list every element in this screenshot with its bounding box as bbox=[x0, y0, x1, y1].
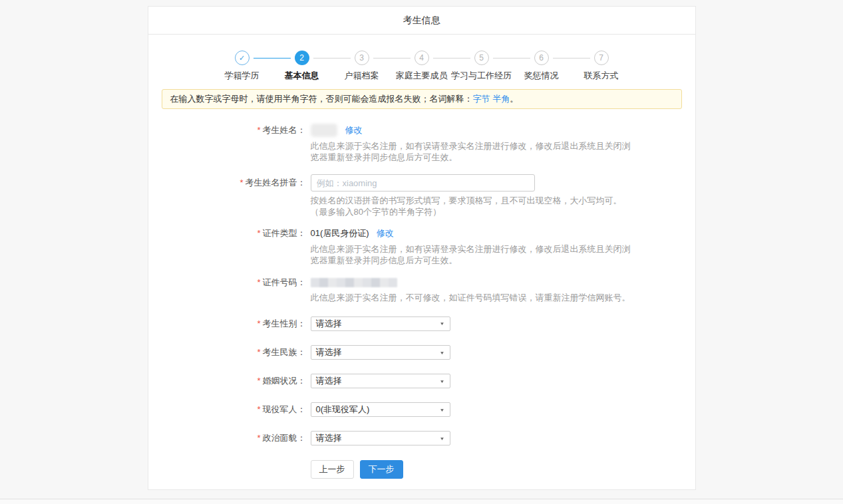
ethnicity-select-value: 请选择 bbox=[316, 346, 342, 358]
step-study-work-experience[interactable]: 5 学习与工作经历 bbox=[452, 51, 512, 82]
marital-status-select[interactable]: 请选择 ▼ bbox=[311, 374, 450, 388]
required-mark: * bbox=[257, 228, 260, 238]
cert-type-label: *证件类型： bbox=[148, 227, 311, 266]
halfwidth-glossary-link[interactable]: 半角 bbox=[492, 94, 510, 104]
cert-number-label: *证件号码： bbox=[148, 277, 311, 303]
candidate-name-help: 此信息来源于实名注册，如有误请登录实名注册进行修改，修改后退出系统且关闭浏览器重… bbox=[311, 140, 638, 163]
form-row-cert-number: *证件号码： 此信息来源于实名注册，不可修改，如证件号码填写错误，请重新注册学信… bbox=[148, 277, 695, 303]
step-label: 奖惩情况 bbox=[524, 70, 559, 82]
edit-cert-type-link[interactable]: 修改 bbox=[377, 227, 394, 239]
basic-info-form: *考生姓名： 修改 此信息来源于实名注册，如有误请登录实名注册进行修改，修改后退… bbox=[148, 124, 695, 479]
step-label: 学习与工作经历 bbox=[451, 70, 512, 82]
cert-type-value: 01(居民身份证) bbox=[311, 227, 369, 239]
step-label: 联系方式 bbox=[584, 70, 619, 82]
required-mark: * bbox=[257, 277, 260, 287]
step-contact-info[interactable]: 7 联系方式 bbox=[572, 51, 631, 82]
political-status-label: *政治面貌： bbox=[148, 431, 311, 445]
form-row-buttons: 上一步 下一步 bbox=[148, 460, 695, 479]
footer-divider bbox=[0, 499, 843, 504]
required-mark: * bbox=[257, 404, 260, 414]
pinyin-help: 按姓名的汉语拼音的书写形式填写，要求顶格写，且不可出现空格，大小写均可。（最多输… bbox=[311, 195, 638, 217]
halfwidth-notice-banner: 在输入数字或字母时，请使用半角字符，否则可能会造成报名失败；名词解释：字节 半角… bbox=[162, 89, 682, 109]
step-label: 学籍学历 bbox=[225, 70, 259, 82]
military-service-select[interactable]: 0(非现役军人) ▼ bbox=[311, 402, 450, 417]
step-family-members[interactable]: 4 家庭主要成员 bbox=[392, 51, 452, 82]
chevron-down-icon: ▼ bbox=[440, 407, 445, 412]
chevron-down-icon: ▼ bbox=[440, 436, 445, 440]
form-row-military-service: *现役军人： 0(非现役军人) ▼ bbox=[148, 402, 695, 417]
redacted-cert-number bbox=[311, 278, 397, 287]
pinyin-input[interactable] bbox=[311, 174, 535, 191]
byte-glossary-link[interactable]: 字节 bbox=[473, 94, 490, 104]
redacted-candidate-name bbox=[311, 124, 337, 137]
military-service-label: *现役军人： bbox=[148, 402, 311, 417]
candidate-info-card: 考生信息 ✓ 学籍学历 2 基本信息 3 户籍档案 4 家庭主要成员 5 学习与… bbox=[148, 6, 696, 490]
stepper: ✓ 学籍学历 2 基本信息 3 户籍档案 4 家庭主要成员 5 学习与工作经历 … bbox=[148, 51, 695, 82]
step-number: 3 bbox=[355, 51, 369, 65]
required-mark: * bbox=[257, 318, 260, 328]
edit-name-link[interactable]: 修改 bbox=[345, 124, 363, 136]
form-row-candidate-name: *考生姓名： 修改 此信息来源于实名注册，如有误请登录实名注册进行修改，修改后退… bbox=[148, 124, 695, 163]
next-step-button[interactable]: 下一步 bbox=[360, 460, 403, 479]
step-rewards-punishments[interactable]: 6 奖惩情况 bbox=[512, 51, 572, 82]
gender-label: *考生性别： bbox=[148, 316, 311, 331]
cert-type-help: 此信息来源于实名注册，如有误请登录实名注册进行修改，修改后退出系统且关闭浏览器重… bbox=[311, 243, 638, 266]
political-status-select[interactable]: 请选择 ▼ bbox=[311, 431, 450, 445]
gender-select[interactable]: 请选择 ▼ bbox=[311, 316, 450, 331]
ethnicity-label: *考生民族： bbox=[148, 345, 311, 360]
step-household-file[interactable]: 3 户籍档案 bbox=[332, 51, 392, 82]
step-label: 户籍档案 bbox=[345, 70, 379, 82]
step-number: 5 bbox=[474, 51, 489, 65]
marital-status-select-value: 请选择 bbox=[316, 375, 342, 387]
notice-suffix: 。 bbox=[510, 94, 518, 104]
chevron-down-icon: ▼ bbox=[440, 378, 445, 383]
form-row-name-pinyin: *考生姓名拼音： 按姓名的汉语拼音的书写形式填写，要求顶格写，且不可出现空格，大… bbox=[148, 174, 695, 217]
cert-number-help: 此信息来源于实名注册，不可修改，如证件号码填写错误，请重新注册学信网账号。 bbox=[311, 292, 638, 303]
form-row-marital-status: *婚姻状况： 请选择 ▼ bbox=[148, 374, 695, 388]
step-basic-info[interactable]: 2 基本信息 bbox=[272, 51, 332, 82]
required-mark: * bbox=[257, 433, 260, 443]
candidate-name-label: *考生姓名： bbox=[148, 124, 311, 163]
step-number: 2 bbox=[295, 51, 309, 65]
form-row-ethnicity: *考生民族： 请选择 ▼ bbox=[148, 345, 695, 360]
ethnicity-select[interactable]: 请选择 ▼ bbox=[311, 345, 450, 360]
step-number: 6 bbox=[534, 51, 549, 65]
buttons-spacer bbox=[148, 460, 311, 479]
pinyin-label: *考生姓名拼音： bbox=[148, 174, 311, 217]
step-number: 4 bbox=[415, 51, 429, 65]
notice-text: 在输入数字或字母时，请使用半角字符，否则可能会造成报名失败；名词解释： bbox=[170, 94, 473, 104]
step-academic-record[interactable]: ✓ 学籍学历 bbox=[212, 51, 272, 82]
form-row-political-status: *政治面貌： 请选择 ▼ bbox=[148, 431, 695, 445]
previous-step-button[interactable]: 上一步 bbox=[311, 460, 354, 479]
required-mark: * bbox=[240, 178, 243, 188]
required-mark: * bbox=[257, 376, 260, 386]
gender-select-value: 请选择 bbox=[316, 318, 342, 330]
marital-status-label: *婚姻状况： bbox=[148, 374, 311, 388]
chevron-down-icon: ▼ bbox=[440, 321, 445, 326]
form-row-cert-type: *证件类型： 01(居民身份证) 修改 此信息来源于实名注册，如有误请登录实名注… bbox=[148, 227, 695, 266]
step-label: 家庭主要成员 bbox=[396, 70, 448, 82]
form-row-gender: *考生性别： 请选择 ▼ bbox=[148, 316, 695, 331]
page-title: 考生信息 bbox=[403, 15, 440, 27]
step-label: 基本信息 bbox=[285, 70, 319, 82]
chevron-down-icon: ▼ bbox=[440, 350, 445, 354]
step-number: 7 bbox=[594, 51, 609, 65]
card-header: 考生信息 bbox=[148, 7, 695, 35]
required-mark: * bbox=[257, 125, 260, 135]
check-icon: ✓ bbox=[235, 51, 250, 65]
political-status-select-value: 请选择 bbox=[316, 432, 342, 444]
required-mark: * bbox=[257, 347, 260, 357]
military-service-select-value: 0(非现役军人) bbox=[316, 404, 370, 416]
